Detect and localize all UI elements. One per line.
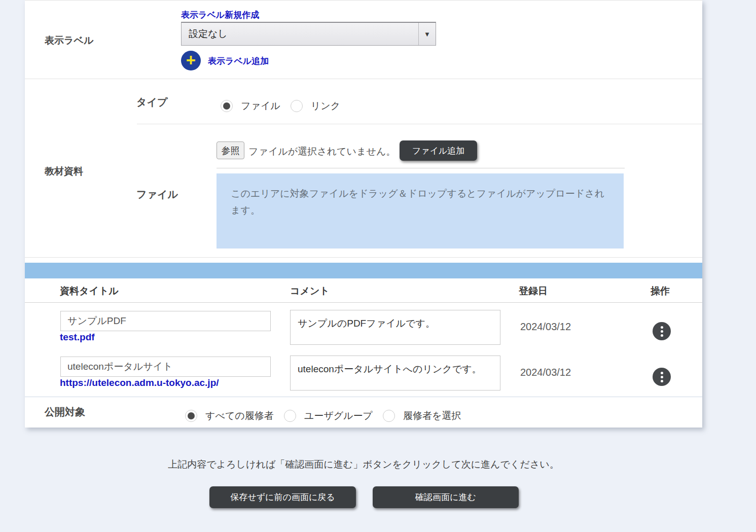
material-comment-box[interactable]: uteleconポータルサイトへのリンクです。 xyxy=(290,356,500,391)
material-comment-text: サンプルのPDFファイルです。 xyxy=(298,318,435,329)
proceed-to-confirmation-button[interactable]: 確認画面に進む xyxy=(373,486,519,508)
add-display-label-button[interactable]: + xyxy=(181,51,201,70)
header-comment: コメント xyxy=(290,285,330,298)
material-form-panel: 表示ラベル 表示ラベル新規作成 設定なし ▼ + 表示ラベル追加 教材資料 タイ… xyxy=(25,0,702,428)
header-title: 資料タイトル xyxy=(60,285,119,298)
kebab-menu-icon xyxy=(661,330,663,333)
dropdown-arrow-icon[interactable]: ▼ xyxy=(418,23,436,45)
row-actions-menu-button[interactable] xyxy=(653,368,671,386)
browse-button[interactable]: 参照 xyxy=(217,141,244,159)
radio-type-file-label: ファイル xyxy=(241,99,280,113)
radio-select-students-label: 履修者を選択 xyxy=(403,409,461,422)
material-comment-text: uteleconポータルサイトへのリンクです。 xyxy=(298,364,482,374)
radio-type-file[interactable] xyxy=(221,100,233,112)
confirmation-instruction-text: 上記内容でよろしければ「確認画面に進む」ボタンをクリックして次に進んでください。 xyxy=(25,458,702,471)
divider xyxy=(25,302,702,303)
divider xyxy=(217,168,625,168)
add-file-button[interactable]: ファイル追加 xyxy=(400,140,477,161)
proceed-button-label: 確認画面に進む xyxy=(415,491,476,503)
header-actions: 操作 xyxy=(651,285,670,298)
create-display-label-link[interactable]: 表示ラベル新規作成 xyxy=(181,9,259,21)
material-date: 2024/03/12 xyxy=(520,321,571,333)
radio-all-students[interactable] xyxy=(185,410,197,422)
add-display-label-link[interactable]: 表示ラベル追加 xyxy=(208,55,269,67)
radio-all-students-label: すべての履修者 xyxy=(205,409,274,422)
material-url-link[interactable]: https://utelecon.adm.u-tokyo.ac.jp/ xyxy=(60,377,219,388)
type-radio-group: ファイル リンク xyxy=(221,99,350,113)
header-date: 登録日 xyxy=(519,285,548,298)
display-label-row-label: 表示ラベル xyxy=(45,34,93,47)
material-date: 2024/03/12 xyxy=(520,367,571,378)
file-dropzone[interactable]: このエリアに対象ファイルをドラッグ＆ドロップするとファイルがアップロードされます… xyxy=(217,173,624,249)
row-actions-menu-button[interactable] xyxy=(653,322,671,340)
radio-select-students[interactable] xyxy=(383,410,395,422)
add-file-button-label: ファイル追加 xyxy=(412,145,465,157)
radio-user-group-label: ユーザグループ xyxy=(304,409,373,422)
display-label-select[interactable]: 設定なし ▼ xyxy=(181,22,436,46)
material-title-input[interactable] xyxy=(60,357,271,377)
material-file-link[interactable]: test.pdf xyxy=(60,332,95,343)
radio-type-link-label: リンク xyxy=(311,99,340,113)
publish-target-label: 公開対象 xyxy=(45,405,85,419)
no-file-selected-text: ファイルが選択されていません。 xyxy=(248,145,395,158)
material-section-label: 教材資料 xyxy=(45,165,83,178)
radio-user-group[interactable] xyxy=(284,410,296,422)
divider xyxy=(25,79,702,79)
back-without-saving-button[interactable]: 保存せずに前の画面に戻る xyxy=(209,486,356,508)
back-button-label: 保存せずに前の画面に戻る xyxy=(230,491,335,503)
divider xyxy=(25,257,702,258)
plus-icon: + xyxy=(186,52,196,68)
section-separator-bar xyxy=(25,263,702,278)
divider xyxy=(25,397,702,397)
divider xyxy=(137,124,702,124)
display-label-select-value: 設定なし xyxy=(182,27,418,41)
file-row-label: ファイル xyxy=(136,188,178,201)
publish-target-radio-group: すべての履修者 ユーザグループ 履修者を選択 xyxy=(185,409,471,422)
dropzone-text: このエリアに対象ファイルをドラッグ＆ドロップするとファイルがアップロードされます… xyxy=(231,188,604,216)
material-comment-box[interactable]: サンプルのPDFファイルです。 xyxy=(290,310,500,345)
material-title-input[interactable] xyxy=(60,311,271,331)
radio-type-link[interactable] xyxy=(291,100,303,112)
browse-button-label: 参照 xyxy=(222,145,240,157)
type-row-label: タイプ xyxy=(136,95,167,109)
kebab-menu-icon xyxy=(661,376,663,378)
